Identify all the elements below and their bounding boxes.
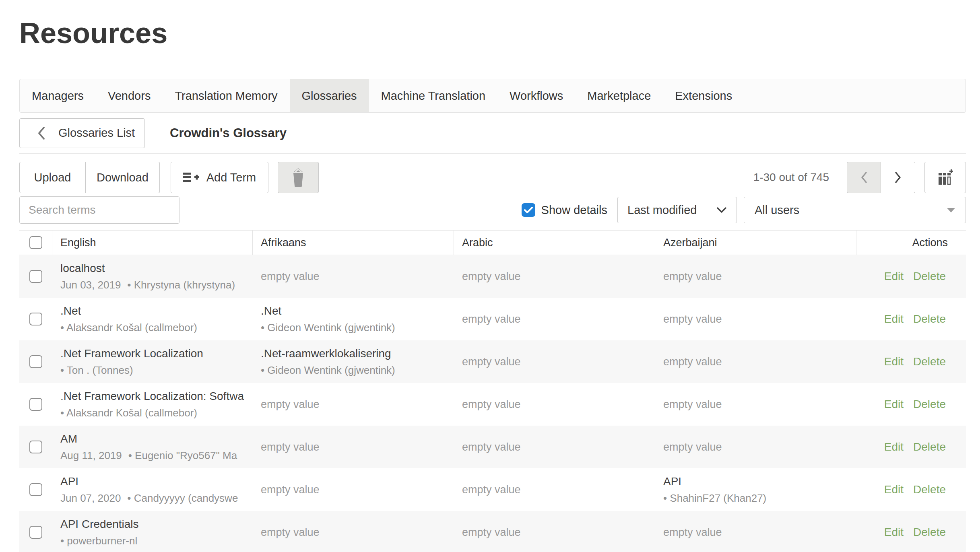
cell-afrikaans: empty value: [253, 426, 454, 468]
delete-link[interactable]: Delete: [913, 526, 946, 539]
resources-page: Resources Managers Vendors Translation M…: [0, 13, 980, 552]
edit-link[interactable]: Edit: [884, 355, 904, 368]
row-checkbox[interactable]: [29, 398, 42, 411]
term-text: API: [663, 474, 851, 489]
delete-link[interactable]: Delete: [913, 398, 946, 411]
row-checkbox[interactable]: [29, 526, 42, 539]
glossaries-list-back-button[interactable]: Glossaries List: [19, 118, 145, 148]
column-header-azerbaijani[interactable]: Azerbaijani: [655, 231, 856, 255]
term-meta: • Alaksandr Košal (callmebor): [60, 406, 247, 420]
term-meta: • powerburner-nl: [60, 534, 247, 548]
term-author: • Khrystyna (khrystyna): [127, 279, 235, 291]
tab-label: Extensions: [675, 89, 732, 103]
show-details-checkbox[interactable]: Show details: [522, 203, 607, 217]
term-meta: • Alaksandr Košal (callmebor): [60, 321, 247, 334]
empty-value: empty value: [462, 484, 650, 496]
empty-value: empty value: [261, 484, 448, 496]
pagination-range: 1-30 out of 745: [753, 171, 829, 184]
row-checkbox[interactable]: [29, 483, 42, 496]
edit-link[interactable]: Edit: [884, 313, 904, 325]
configure-columns-button[interactable]: [924, 162, 966, 193]
user-filter-select[interactable]: All users: [744, 197, 966, 223]
upload-button[interactable]: Upload: [19, 162, 86, 193]
term-date: Aug 11, 2019: [60, 449, 122, 461]
delete-link[interactable]: Delete: [913, 483, 946, 496]
empty-value: empty value: [663, 270, 851, 283]
edit-link[interactable]: Edit: [884, 526, 904, 539]
cell-arabic: empty value: [454, 340, 655, 383]
next-page-button[interactable]: [881, 162, 915, 193]
tab-translation-memory[interactable]: Translation Memory: [163, 79, 289, 112]
delete-link[interactable]: Delete: [913, 313, 946, 325]
table-row: APIJun 07, 2020• Candyyyyy (candyswe emp…: [19, 468, 966, 511]
empty-value: empty value: [462, 356, 650, 368]
term-author: • Gideon Wentink (gjwentink): [261, 364, 395, 376]
cell-english: API Credentials• powerburner-nl: [52, 511, 253, 552]
empty-value: empty value: [261, 526, 448, 539]
tab-marketplace[interactable]: Marketplace: [575, 79, 663, 112]
cell-arabic: empty value: [454, 426, 655, 468]
glossary-title: Crowdin's Glossary: [170, 126, 287, 140]
column-header-afrikaans[interactable]: Afrikaans: [253, 231, 454, 255]
user-filter-value: All users: [755, 204, 799, 217]
cell-azerbaijani: empty value: [655, 511, 856, 552]
cell-azerbaijani: empty value: [655, 255, 856, 298]
term-meta: • Gideon Wentink (gjwentink): [261, 364, 448, 377]
term-text: .Net Framework Localization: Softwa: [60, 389, 247, 404]
edit-link[interactable]: Edit: [884, 270, 904, 283]
empty-value: empty value: [261, 441, 448, 453]
edit-link[interactable]: Edit: [884, 398, 904, 411]
row-checkbox[interactable]: [29, 355, 42, 368]
row-checkbox[interactable]: [29, 313, 42, 325]
search-input[interactable]: [19, 196, 179, 224]
empty-value: empty value: [462, 270, 650, 283]
term-text: API: [60, 474, 247, 489]
edit-link[interactable]: Edit: [884, 441, 904, 453]
term-author: • powerburner-nl: [60, 535, 137, 547]
resources-tab-bar: Managers Vendors Translation Memory Glos…: [19, 79, 966, 113]
cell-english: AMAug 11, 2019• Eugenio "Ryo567" Ma: [52, 426, 253, 468]
tab-workflows[interactable]: Workflows: [497, 79, 575, 112]
chevron-right-icon: [894, 171, 902, 183]
select-all-checkbox[interactable]: [29, 236, 42, 249]
row-checkbox[interactable]: [29, 270, 42, 283]
table-row: localhostJun 03, 2019• Khrystyna (khryst…: [19, 255, 966, 298]
term-meta: Aug 11, 2019• Eugenio "Ryo567" Ma: [60, 449, 247, 462]
tab-extensions[interactable]: Extensions: [663, 79, 744, 112]
columns-settings-icon: [937, 169, 953, 186]
tab-label: Vendors: [108, 89, 151, 103]
cell-azerbaijani: empty value: [655, 426, 856, 468]
clear-glossary-button[interactable]: [278, 162, 319, 193]
empty-value: empty value: [462, 313, 650, 325]
chevron-down-icon: [716, 207, 727, 213]
edit-link[interactable]: Edit: [884, 483, 904, 496]
empty-value: empty value: [663, 398, 851, 411]
sort-select[interactable]: Last modified: [617, 197, 737, 223]
tab-managers[interactable]: Managers: [20, 79, 96, 112]
tab-vendors[interactable]: Vendors: [96, 79, 163, 112]
cell-afrikaans: .Net• Gideon Wentink (gjwentink): [253, 298, 454, 340]
column-header-arabic[interactable]: Arabic: [454, 231, 655, 255]
cell-actions: Edit Delete: [856, 340, 966, 383]
row-checkbox[interactable]: [29, 441, 42, 453]
term-text: .Net: [261, 304, 448, 318]
filter-row: Show details Last modified All users: [19, 196, 966, 224]
download-button[interactable]: Download: [86, 162, 160, 193]
term-meta: • Gideon Wentink (gjwentink): [261, 321, 448, 334]
term-date: Jun 03, 2019: [60, 279, 121, 291]
delete-link[interactable]: Delete: [913, 355, 946, 368]
add-term-button[interactable]: Add Term: [171, 162, 268, 193]
tab-glossaries[interactable]: Glossaries: [290, 79, 369, 112]
cell-afrikaans: empty value: [253, 383, 454, 426]
column-header-english[interactable]: English: [52, 231, 253, 255]
empty-value: empty value: [261, 398, 448, 411]
prev-page-button[interactable]: [847, 162, 881, 193]
tab-machine-translation[interactable]: Machine Translation: [369, 79, 498, 112]
chevron-left-icon: [37, 126, 45, 140]
delete-link[interactable]: Delete: [913, 441, 946, 453]
term-date: Jun 07, 2020: [60, 492, 121, 504]
tab-label: Managers: [32, 89, 84, 103]
cell-actions: Edit Delete: [856, 511, 966, 552]
delete-link[interactable]: Delete: [913, 270, 946, 283]
term-meta: Jun 03, 2019• Khrystyna (khrystyna): [60, 278, 247, 292]
